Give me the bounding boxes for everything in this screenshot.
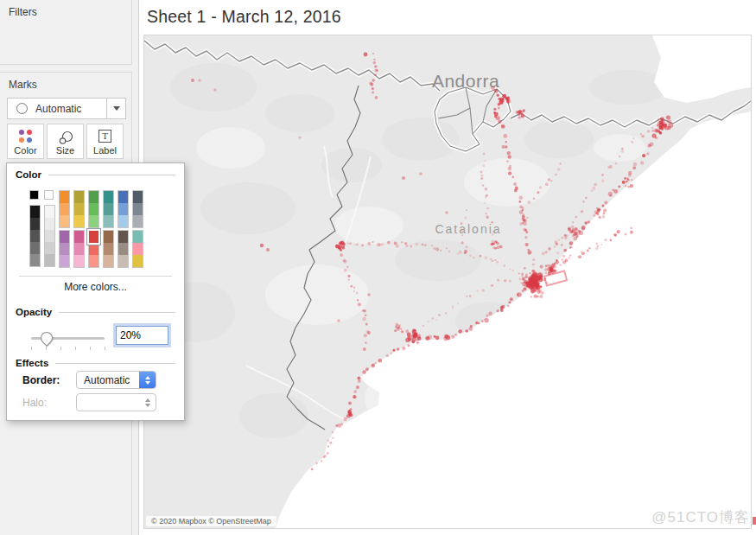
- circle-mark-icon: [16, 103, 28, 114]
- color-swatch[interactable]: [74, 231, 84, 243]
- color-swatch[interactable]: [133, 203, 143, 215]
- color-swatch[interactable]: [45, 242, 54, 254]
- color-swatch[interactable]: [89, 255, 98, 267]
- color-swatch[interactable]: [133, 231, 143, 243]
- color-swatch[interactable]: [118, 215, 128, 227]
- effects-section-title: Effects: [16, 358, 48, 368]
- size-button[interactable]: Size: [47, 124, 84, 159]
- color-swatch[interactable]: [89, 243, 98, 255]
- color-swatch[interactable]: [104, 255, 113, 267]
- color-swatch[interactable]: [132, 230, 143, 268]
- color-swatch[interactable]: [133, 255, 143, 267]
- color-swatch[interactable]: [118, 203, 128, 215]
- opacity-slider-handle[interactable]: [38, 329, 55, 347]
- color-popover: Color More colors... Opacity Effects Bor…: [6, 162, 185, 421]
- color-swatch[interactable]: [88, 230, 99, 268]
- border-effect-value: Automatic: [77, 374, 139, 386]
- color-swatch[interactable]: [118, 255, 128, 267]
- opacity-section-title: Opacity: [16, 307, 52, 317]
- color-swatch[interactable]: [73, 190, 85, 228]
- text-box-icon: T: [98, 130, 111, 143]
- color-swatch[interactable]: [29, 190, 39, 200]
- label-button[interactable]: T Label: [86, 124, 124, 159]
- map-canvas: AndorraCatalonia: [144, 35, 751, 528]
- color-swatch[interactable]: [29, 205, 41, 267]
- color-swatch[interactable]: [132, 190, 143, 228]
- color-swatch[interactable]: [89, 191, 98, 203]
- color-swatch[interactable]: [89, 215, 98, 227]
- color-swatch[interactable]: [104, 231, 113, 243]
- color-section-title: Color: [16, 169, 41, 180]
- color-swatch[interactable]: [74, 255, 84, 267]
- map-label: Andorra: [432, 71, 499, 91]
- color-swatch[interactable]: [30, 206, 40, 218]
- map-label: Catalonia: [435, 222, 501, 236]
- halo-effect-label: Halo:: [22, 397, 76, 409]
- color-swatch[interactable]: [118, 190, 129, 228]
- border-effect-select[interactable]: Automatic: [76, 371, 156, 389]
- color-swatch[interactable]: [30, 230, 40, 242]
- color-button[interactable]: Color: [7, 124, 44, 159]
- sheet-title: Sheet 1 - March 12, 2016: [147, 7, 341, 27]
- color-section-header: Color: [16, 169, 175, 180]
- color-swatch[interactable]: [89, 203, 98, 215]
- mark-buttons-row: Color Size T Label: [7, 124, 124, 159]
- color-swatch[interactable]: [45, 218, 54, 230]
- color-swatch[interactable]: [133, 243, 143, 255]
- color-swatch[interactable]: [103, 230, 114, 268]
- color-swatch[interactable]: [104, 243, 113, 255]
- color-swatch[interactable]: [60, 191, 69, 203]
- mark-type-value: Automatic: [35, 103, 106, 115]
- color-swatch[interactable]: [88, 190, 99, 228]
- color-swatch[interactable]: [118, 191, 128, 203]
- color-swatch[interactable]: [30, 242, 40, 254]
- opacity-input[interactable]: [116, 326, 168, 345]
- size-button-label: Size: [56, 145, 74, 156]
- color-swatch[interactable]: [133, 215, 143, 227]
- color-swatch[interactable]: [60, 231, 69, 243]
- color-swatch[interactable]: [45, 254, 54, 266]
- mark-type-caret-button[interactable]: [106, 99, 125, 118]
- color-swatch[interactable]: [74, 243, 84, 255]
- effects-section-header: Effects: [16, 358, 175, 368]
- red-sliver-decoration: [753, 517, 756, 525]
- map-attribution[interactable]: © 2020 Mapbox © OpenStreetMap: [146, 516, 276, 526]
- color-swatch[interactable]: [60, 243, 69, 255]
- color-swatch[interactable]: [118, 230, 129, 268]
- color-swatch[interactable]: [74, 215, 84, 227]
- color-swatch[interactable]: [73, 230, 85, 268]
- mark-type-dropdown[interactable]: Automatic: [7, 98, 126, 119]
- watermark: @51CTO博客: [651, 507, 750, 527]
- map-view[interactable]: AndorraCatalonia © 2020 Mapbox © OpenStr…: [143, 35, 752, 529]
- color-swatch[interactable]: [59, 190, 70, 228]
- color-swatch[interactable]: [30, 254, 40, 266]
- color-swatch[interactable]: [60, 203, 69, 215]
- color-swatch[interactable]: [103, 190, 114, 228]
- worksheet-area: Sheet 1 - March 12, 2016: [139, 0, 756, 535]
- color-swatch[interactable]: [60, 215, 69, 227]
- color-swatch[interactable]: [74, 191, 84, 203]
- color-swatch[interactable]: [104, 203, 113, 215]
- color-swatch[interactable]: [45, 206, 54, 218]
- swatch-grid: [29, 190, 164, 268]
- stepper-arrows-icon: [139, 393, 156, 411]
- color-swatch[interactable]: [44, 205, 55, 267]
- color-swatch[interactable]: [59, 230, 70, 268]
- color-swatch[interactable]: [74, 203, 84, 215]
- color-swatch[interactable]: [133, 191, 143, 203]
- color-swatch[interactable]: [118, 231, 128, 243]
- opacity-slider[interactable]: [31, 333, 105, 347]
- color-swatch[interactable]: [104, 215, 113, 227]
- color-swatch[interactable]: [118, 243, 128, 255]
- color-swatch[interactable]: [104, 191, 113, 203]
- opacity-slider-ticks: [31, 347, 105, 350]
- color-swatch[interactable]: [30, 218, 40, 230]
- halo-effect-select: [76, 393, 156, 411]
- color-swatch[interactable]: [44, 190, 54, 200]
- swatch-divider: [19, 276, 172, 277]
- more-colors-link[interactable]: More colors...: [7, 281, 184, 293]
- color-swatch[interactable]: [89, 231, 98, 243]
- color-swatch[interactable]: [45, 230, 54, 242]
- color-swatch[interactable]: [60, 255, 69, 267]
- color-dots-icon: [19, 130, 33, 143]
